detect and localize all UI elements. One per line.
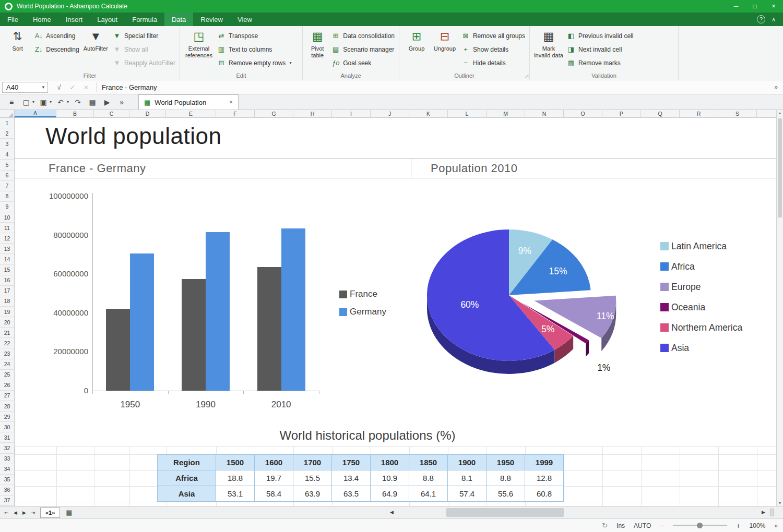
menu-item-layout[interactable]: Layout — [90, 13, 125, 26]
status-more-icon[interactable]: » — [774, 522, 778, 529]
ribbon-button-scenario-manager[interactable]: ▤Scenario manager — [329, 43, 397, 55]
ribbon-button-ascending[interactable]: A↓Ascending — [32, 30, 81, 42]
vscroll-up-icon[interactable]: ▲ — [777, 111, 783, 115]
row-header-36[interactable]: 36 — [0, 485, 14, 495]
column-header-h[interactable]: H — [293, 110, 332, 117]
column-header-j[interactable]: J — [371, 110, 409, 117]
column-header-m[interactable]: M — [487, 110, 525, 117]
ribbon-button-external-references[interactable]: ◳External references — [183, 28, 215, 61]
table-value-cell[interactable]: 63.9 — [293, 486, 332, 502]
table-value-cell[interactable]: 53.1 — [216, 486, 255, 502]
column-header-f[interactable]: F — [216, 110, 255, 117]
row-header-31[interactable]: 31 — [0, 432, 14, 443]
table-value-cell[interactable]: 55.6 — [487, 486, 525, 502]
dropdown-icon[interactable]: ▾ — [32, 100, 34, 104]
sqrt-icon[interactable]: √ — [54, 83, 64, 91]
column-header-a[interactable]: A — [15, 110, 56, 117]
ribbon-button-sort[interactable]: ⇅Sort — [3, 28, 32, 54]
ribbon-button-special-filter[interactable]: ▼Special filter — [110, 30, 177, 42]
menu-item-insert[interactable]: Insert — [58, 13, 90, 26]
table-value-cell[interactable]: 64.1 — [409, 486, 448, 502]
select-all-corner[interactable] — [0, 110, 15, 117]
table-value-cell[interactable]: 12.8 — [525, 470, 564, 486]
save-icon[interactable]: ▣ — [38, 96, 49, 108]
column-header-s[interactable]: S — [718, 110, 757, 117]
hscroll-left-icon[interactable]: ◀ — [390, 510, 394, 515]
table-value-cell[interactable]: 18.8 — [216, 470, 255, 486]
next-sheet-icon[interactable]: ▶ — [20, 507, 29, 518]
confirm-icon[interactable]: ✓ — [68, 83, 77, 91]
help-icon[interactable]: ? — [757, 15, 765, 23]
table-header-cell[interactable]: Region — [158, 455, 216, 470]
table-value-cell[interactable]: 57.4 — [448, 486, 487, 502]
zoom-in-icon[interactable]: + — [736, 522, 740, 530]
row-header-26[interactable]: 26 — [0, 380, 14, 391]
minimize-icon[interactable]: ─ — [727, 0, 745, 13]
vertical-scrollbar[interactable]: ▲ ▼ — [776, 110, 783, 506]
close-icon[interactable]: × — [764, 0, 783, 13]
redo-icon[interactable]: ↷ — [72, 96, 84, 108]
menu-item-data[interactable]: Data — [164, 13, 193, 26]
row-header-29[interactable]: 29 — [0, 412, 14, 422]
ribbon-button-hide-details[interactable]: −Hide details — [459, 57, 527, 69]
row-header-14[interactable]: 14 — [0, 254, 14, 264]
ribbon-button-goal-seek[interactable]: ƒoGoal seek — [329, 57, 397, 69]
table-value-cell[interactable]: 10.9 — [371, 470, 409, 486]
menu-item-formula[interactable]: Formula — [125, 13, 164, 26]
row-header-35[interactable]: 35 — [0, 475, 14, 485]
column-header-l[interactable]: L — [448, 110, 487, 117]
collapse-ribbon-icon[interactable]: ∧ — [772, 16, 776, 23]
name-box[interactable]: A40 ▼ — [2, 82, 48, 93]
print-icon[interactable]: ▤ — [87, 96, 98, 108]
ribbon-button-mark-invalid-data[interactable]: ▦Mark invalid data — [533, 28, 564, 61]
undo-icon[interactable]: ↶ — [55, 96, 66, 108]
table-header-cell[interactable]: 1500 — [216, 455, 255, 470]
column-header-o[interactable]: O — [564, 110, 602, 117]
column-header-i[interactable]: I — [332, 110, 371, 117]
ribbon-button-autofilter[interactable]: ▼AutoFilter — [81, 28, 110, 54]
ribbon-button-next-invalid-cell[interactable]: ◨Next invalid cell — [564, 43, 635, 55]
row-header-32[interactable]: 32 — [0, 443, 14, 453]
more-icon[interactable]: » — [116, 96, 127, 108]
first-sheet-icon[interactable]: ⇤ — [2, 507, 11, 518]
menu-item-file[interactable]: File — [0, 13, 26, 26]
zoom-level[interactable]: 100% — [750, 522, 766, 529]
row-header-11[interactable]: 11 — [0, 223, 14, 233]
tab-close-icon[interactable]: × — [229, 99, 233, 106]
column-header-c[interactable]: C — [94, 110, 129, 117]
group-dialog-launcher-icon[interactable]: ◿ — [525, 74, 528, 79]
row-header-18[interactable]: 18 — [0, 296, 14, 307]
sheet-list-icon[interactable]: ▦ — [66, 509, 72, 516]
ribbon-button-ungroup[interactable]: ⊟Ungroup — [431, 28, 459, 54]
row-header-8[interactable]: 8 — [0, 191, 14, 202]
column-header-r[interactable]: R — [680, 110, 718, 117]
zoom-slider[interactable] — [673, 525, 727, 526]
maximize-icon[interactable]: □ — [745, 0, 764, 13]
table-region-cell[interactable]: Africa — [158, 470, 216, 486]
cancel-icon[interactable]: × — [81, 83, 91, 91]
column-header-p[interactable]: P — [602, 110, 641, 117]
prev-sheet-icon[interactable]: ◀ — [11, 507, 20, 518]
insert-mode-indicator[interactable]: Ins — [616, 522, 625, 529]
table-header-cell[interactable]: 1900 — [448, 455, 487, 470]
name-box-dropdown-icon[interactable]: ▼ — [39, 85, 48, 90]
menu-item-review[interactable]: Review — [193, 13, 230, 26]
row-header-2[interactable]: 2 — [0, 128, 14, 139]
ribbon-button-remove-all-groups[interactable]: ⊠Remove all groups — [459, 30, 527, 42]
hscroll-thumb[interactable] — [446, 508, 564, 517]
row-header-30[interactable]: 30 — [0, 422, 14, 432]
table-header-cell[interactable]: 1800 — [371, 455, 409, 470]
row-header-20[interactable]: 20 — [0, 317, 14, 328]
table-value-cell[interactable]: 64.9 — [371, 486, 409, 502]
row-header-28[interactable]: 28 — [0, 401, 14, 412]
column-header-k[interactable]: K — [409, 110, 448, 117]
hscroll-right-icon[interactable]: ▶ — [762, 510, 765, 515]
row-header-37[interactable]: 37 — [0, 495, 14, 506]
table-header-cell[interactable]: 1700 — [293, 455, 332, 470]
row-header-27[interactable]: 27 — [0, 391, 14, 401]
row-header-1[interactable]: 1 — [0, 118, 14, 128]
row-header-12[interactable]: 12 — [0, 233, 14, 244]
pointer-icon[interactable]: ▶ — [101, 96, 113, 108]
table-value-cell[interactable]: 60.8 — [525, 486, 564, 502]
table-value-cell[interactable]: 8.8 — [487, 470, 525, 486]
